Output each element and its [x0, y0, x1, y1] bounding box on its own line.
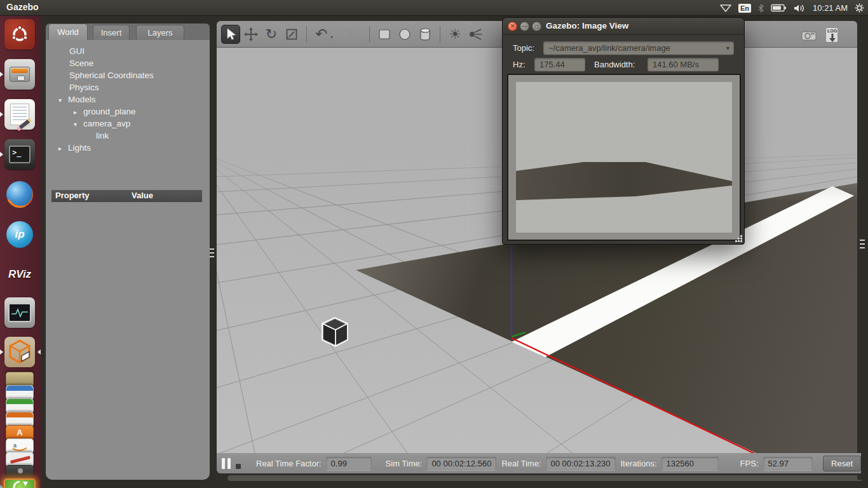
- toolbar-separator: [306, 26, 307, 43]
- ip-tool-icon[interactable]: ip: [4, 219, 35, 250]
- redo-button[interactable]: ↷: [339, 25, 358, 44]
- software-updater-icon[interactable]: [4, 478, 36, 488]
- tree-item-camera-avp[interactable]: ▾camera_avp: [48, 118, 206, 130]
- topic-label: Topic:: [513, 43, 534, 53]
- camera-image-frame: [507, 74, 741, 241]
- rviz-icon[interactable]: RViz: [4, 259, 35, 290]
- right-splitter[interactable]: [857, 21, 868, 480]
- firefox-icon[interactable]: [4, 179, 35, 210]
- maximize-icon[interactable]: ▢: [532, 22, 541, 31]
- screenshot-button[interactable]: [800, 26, 818, 44]
- expand-arrow-icon[interactable]: ▸: [58, 142, 68, 154]
- clock[interactable]: 10:21 AM: [813, 3, 848, 13]
- select-tool-button[interactable]: [221, 25, 240, 44]
- files-icon[interactable]: [4, 59, 35, 90]
- gazebo-icon[interactable]: [4, 337, 35, 367]
- tree-item-scene[interactable]: Scene: [48, 57, 206, 69]
- session-gear-icon[interactable]: [855, 3, 864, 13]
- text-editor-icon[interactable]: [4, 99, 35, 130]
- rotate-tool-button[interactable]: ↻: [262, 25, 281, 44]
- iterations-label: Iterations:: [621, 459, 657, 468]
- camera-model[interactable]: [322, 318, 348, 346]
- expand-arrow-icon[interactable]: ▾: [58, 94, 68, 106]
- drawer-glyph: [10, 67, 30, 82]
- ip-glyph: ip: [6, 221, 33, 248]
- iterations-value: 132560: [661, 457, 719, 470]
- globe-glyph: [6, 181, 33, 208]
- real-time-factor-label: Real Time Factor:: [256, 459, 322, 468]
- translate-tool-button[interactable]: [241, 25, 261, 44]
- window-titlebar[interactable]: ✕ — ▢ Gazebo: Image View: [503, 18, 744, 35]
- tree-item-lights[interactable]: ▸Lights: [48, 142, 206, 154]
- tree-item-link[interactable]: link: [48, 130, 206, 142]
- waveform-glyph: [8, 303, 31, 322]
- window-resize-grip[interactable]: [735, 234, 743, 243]
- value-column-header[interactable]: Value: [132, 191, 153, 200]
- real-time-label: Real Time:: [501, 459, 541, 468]
- tree-item-spherical-coordinates[interactable]: Spherical Coordinates: [48, 69, 206, 81]
- panel-tab-strip: World Insert Layers: [46, 24, 210, 40]
- undo-history-caret[interactable]: ▾: [330, 34, 337, 40]
- undo-button[interactable]: ↶: [312, 25, 331, 44]
- battery-icon[interactable]: [771, 4, 787, 12]
- insert-box-button[interactable]: [375, 25, 394, 44]
- splitter-grip[interactable]: [209, 248, 214, 257]
- prompt-glyph: >_: [9, 146, 31, 163]
- focused-marker: [35, 349, 41, 355]
- sim-time-label: Sim Time:: [386, 459, 423, 468]
- property-splitter-handle[interactable]: [127, 186, 136, 189]
- toolbar-separator: [440, 26, 440, 43]
- fps-value: 52.97: [763, 457, 813, 470]
- close-icon[interactable]: ✕: [508, 22, 517, 31]
- insert-cylinder-button[interactable]: [416, 25, 435, 44]
- property-column-header[interactable]: Property: [55, 191, 89, 200]
- real-time-factor-value: 0.99: [326, 457, 372, 470]
- spot-light-button[interactable]: [466, 25, 485, 44]
- window-bottom-grip[interactable]: [227, 475, 863, 481]
- tab-world[interactable]: World: [48, 24, 88, 40]
- step-button[interactable]: [236, 464, 241, 469]
- tree-item-models[interactable]: ▾Models: [48, 93, 206, 105]
- toolbar-separator: [369, 26, 370, 43]
- redo-history-caret[interactable]: ▾: [357, 34, 363, 40]
- bluetooth-icon[interactable]: [758, 4, 764, 13]
- scale-tool-button[interactable]: [282, 25, 301, 44]
- tab-insert[interactable]: Insert: [93, 25, 130, 40]
- data-logger-button[interactable]: LOG: [823, 26, 841, 44]
- world-panel: GUI Scene Spherical Coordinates Physics …: [46, 40, 210, 480]
- hz-label: Hz:: [513, 60, 526, 69]
- tab-layers[interactable]: Layers: [136, 25, 184, 40]
- tree-item-ground-plane[interactable]: ▸ground_plane: [48, 105, 206, 118]
- insert-sphere-button[interactable]: [395, 25, 414, 44]
- log-label: LOG: [827, 29, 837, 33]
- property-table-header: Property Value: [51, 190, 202, 202]
- pause-button[interactable]: [222, 458, 231, 469]
- tree-item-gui[interactable]: GUI: [48, 45, 206, 57]
- topic-dropdown[interactable]: ~/camera_avp/link/camera/image ▾: [543, 41, 734, 55]
- svg-text:a: a: [13, 442, 17, 449]
- ubuntu-dash-icon[interactable]: [4, 19, 35, 50]
- rqt-monitor-icon[interactable]: [4, 297, 35, 328]
- reset-button[interactable]: Reset: [823, 456, 861, 471]
- window-title: Gazebo: Image View: [546, 21, 628, 30]
- splitter-grip[interactable]: [860, 240, 865, 248]
- terminal-icon[interactable]: >_: [4, 139, 35, 170]
- tree-item-physics[interactable]: Physics: [48, 81, 206, 93]
- ubuntu-top-bar: Gazebo En 10:21 AM: [0, 0, 868, 16]
- volume-icon[interactable]: [794, 4, 806, 13]
- image-view-window[interactable]: ✕ — ▢ Gazebo: Image View Topic: ~/camera…: [502, 17, 745, 245]
- network-icon[interactable]: [720, 4, 731, 12]
- unity-launcher: >_ ip RViz A a: [0, 16, 41, 488]
- expand-arrow-icon[interactable]: ▸: [74, 106, 83, 118]
- point-light-button[interactable]: ☀: [445, 25, 465, 44]
- desktop: Gazebo En 10:21 AM: [0, 0, 868, 488]
- fps-label: FPS:: [740, 459, 759, 468]
- expand-arrow-icon[interactable]: ▾: [74, 118, 83, 130]
- minimize-icon[interactable]: —: [520, 22, 529, 31]
- simulation-status-bar: Real Time Factor: 0.99 Sim Time: 00 00:0…: [217, 453, 861, 473]
- sim-time-value: 00 00:02:12.560: [426, 457, 496, 470]
- bandwidth-label: Bandwidth:: [594, 60, 635, 69]
- sensor-noise-overlay: [516, 82, 732, 233]
- active-app-title: Gazebo: [6, 2, 39, 12]
- keyboard-layout-indicator[interactable]: En: [738, 4, 751, 13]
